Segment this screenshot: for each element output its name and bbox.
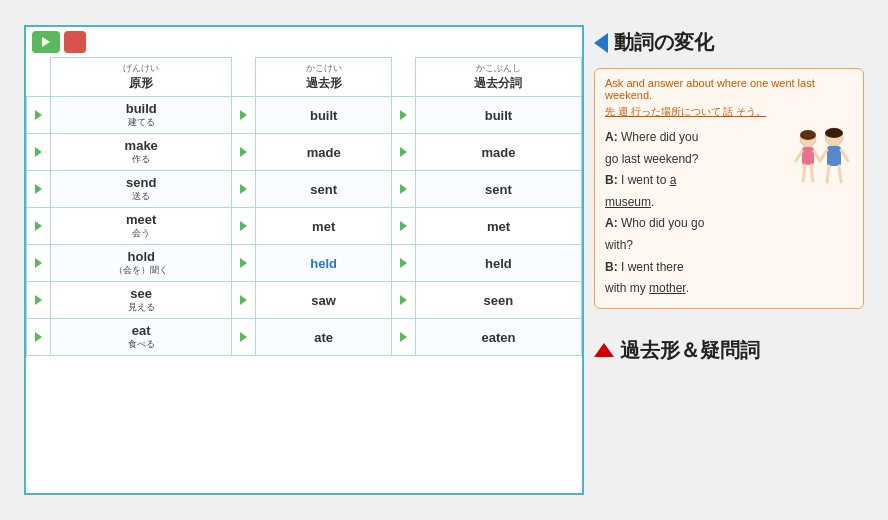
title-verb-change: 動詞の変化	[594, 25, 864, 60]
svg-line-3	[814, 151, 820, 161]
past-participle-cell: held	[415, 245, 581, 282]
past-participle-cell: made	[415, 134, 581, 171]
row-arrow-2	[232, 134, 256, 171]
row-arrow	[27, 319, 51, 356]
base-form-cell: build建てる	[51, 97, 232, 134]
table-row: meet会うmetmet	[27, 208, 582, 245]
table-row: build建てるbuiltbuilt	[27, 97, 582, 134]
dialogue-line-4: B: I went there with my mother.	[605, 257, 708, 300]
row-arrow-3	[391, 97, 415, 134]
arrow-up-icon	[594, 343, 614, 357]
row-arrow-3	[391, 134, 415, 171]
characters-svg	[788, 127, 853, 187]
verb-change-title: 動詞の変化	[614, 29, 714, 56]
svg-line-9	[820, 150, 827, 161]
svg-line-5	[811, 165, 813, 181]
character-illustration	[788, 127, 853, 187]
past-form-cell: made	[256, 134, 391, 171]
row-arrow-3	[391, 245, 415, 282]
row-arrow	[27, 97, 51, 134]
row-arrow	[27, 245, 51, 282]
past-form-cell: ate	[256, 319, 391, 356]
dialogue-box: Ask and answer about where one went last…	[594, 68, 864, 309]
instruction-en: Ask and answer about where one went last…	[605, 77, 853, 101]
base-form-cell: eat食べる	[51, 319, 232, 356]
past-participle-cell: sent	[415, 171, 581, 208]
past-participle-cell: seen	[415, 282, 581, 319]
main-container: げんけい 原形 かこけい 過去形 かこぶんし 過去分詞 build建	[14, 15, 874, 505]
col-base-form: げんけい 原形	[51, 58, 232, 97]
table-row: send送るsentsent	[27, 171, 582, 208]
past-form-cell: held	[256, 245, 391, 282]
svg-rect-1	[802, 147, 814, 165]
dialogue-lines-wrapper: A: Where did you go last weekend? B: I w…	[605, 127, 853, 300]
past-form-cell: built	[256, 97, 391, 134]
past-tense-title: 過去形＆疑問詞	[620, 337, 760, 364]
svg-point-13	[825, 128, 843, 138]
dialogue-line-1: A: Where did you go last weekend?	[605, 127, 708, 170]
right-panel: 動詞の変化 Ask and answer about where one wen…	[594, 25, 864, 364]
table-row: make作るmademade	[27, 134, 582, 171]
past-participle-cell: eaten	[415, 319, 581, 356]
row-arrow-3	[391, 171, 415, 208]
past-form-cell: sent	[256, 171, 391, 208]
svg-line-10	[841, 150, 848, 161]
past-form-cell: met	[256, 208, 391, 245]
col-past-form: かこけい 過去形	[256, 58, 391, 97]
row-arrow-3	[391, 208, 415, 245]
past-participle-cell: built	[415, 97, 581, 134]
panel-top-bar	[26, 27, 582, 57]
verb-table: げんけい 原形 かこけい 過去形 かこぶんし 過去分詞 build建	[26, 57, 582, 356]
row-arrow-2	[232, 171, 256, 208]
row-arrow	[27, 208, 51, 245]
dialogue-line-3: A: Who did you go with?	[605, 213, 708, 256]
row-arrow	[27, 171, 51, 208]
row-arrow	[27, 134, 51, 171]
table-row: eat食べるateeaten	[27, 319, 582, 356]
play-button[interactable]	[32, 31, 60, 53]
play-icon	[42, 37, 50, 47]
base-form-cell: hold（会を）聞く	[51, 245, 232, 282]
instruction-jp-text: 先 週 行った場所について 話 そう。	[605, 106, 766, 117]
row-arrow-2	[232, 245, 256, 282]
stop-button[interactable]	[64, 31, 86, 53]
verb-table-panel: げんけい 原形 かこけい 過去形 かこぶんし 過去分詞 build建	[24, 25, 584, 495]
dialogue-lines: A: Where did you go last weekend? B: I w…	[605, 127, 708, 300]
past-form-cell: saw	[256, 282, 391, 319]
base-form-cell: make作る	[51, 134, 232, 171]
title-past-tense: 過去形＆疑問詞	[594, 317, 864, 364]
svg-line-11	[827, 166, 829, 182]
row-arrow	[27, 282, 51, 319]
dialogue-content: A: Where did you go last weekend? B: I w…	[605, 127, 853, 300]
row-arrow-2	[232, 97, 256, 134]
base-form-cell: see見える	[51, 282, 232, 319]
arrow-left-icon	[594, 33, 608, 53]
svg-line-12	[839, 166, 841, 182]
row-arrow-3	[391, 319, 415, 356]
table-row: see見えるsawseen	[27, 282, 582, 319]
row-arrow-2	[232, 282, 256, 319]
dialogue-line-2: B: I went to a museum.	[605, 170, 708, 213]
row-arrow-2	[232, 319, 256, 356]
row-arrow-2	[232, 208, 256, 245]
past-participle-cell: met	[415, 208, 581, 245]
svg-line-4	[803, 165, 805, 181]
col-past-participle: かこぶんし 過去分詞	[415, 58, 581, 97]
row-arrow-3	[391, 282, 415, 319]
svg-rect-8	[827, 146, 841, 166]
svg-line-2	[796, 151, 802, 161]
base-form-cell: send送る	[51, 171, 232, 208]
instruction-jp: 先 週 行った場所について 話 そう。	[605, 105, 853, 119]
svg-point-6	[800, 130, 816, 140]
base-form-cell: meet会う	[51, 208, 232, 245]
table-header-row: げんけい 原形 かこけい 過去形 かこぶんし 過去分詞	[27, 58, 582, 97]
table-row: hold（会を）聞くheldheld	[27, 245, 582, 282]
